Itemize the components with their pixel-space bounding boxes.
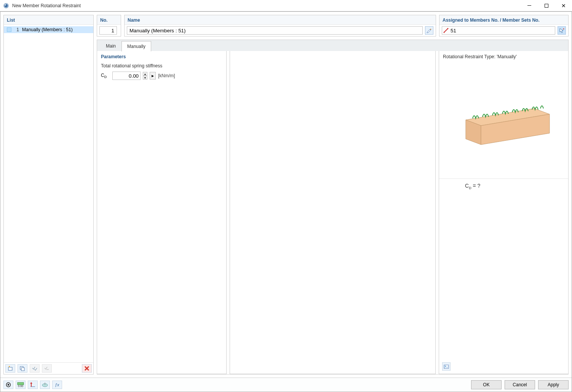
no-label: No. — [97, 15, 121, 25]
svg-point-2 — [5, 4, 6, 5]
units-button[interactable]: 0.00 — [16, 381, 26, 389]
tab-main[interactable]: Main — [100, 41, 121, 51]
delete-item-button[interactable] — [82, 364, 92, 373]
member-icon — [443, 28, 449, 33]
render-button[interactable] — [40, 381, 50, 389]
tab-strip: Main Manually — [97, 40, 569, 51]
svg-marker-26 — [30, 382, 32, 384]
name-group: Name — [124, 15, 436, 37]
dialog-bottom-bar: ⦿ 0.00 ƒx OK Cancel Apply — [0, 378, 572, 392]
no-input[interactable] — [99, 26, 117, 35]
assigned-input[interactable] — [442, 26, 555, 35]
help-icon: ⦿ — [6, 382, 11, 388]
illustration — [439, 61, 568, 179]
list-toolbar — [4, 362, 93, 374]
cancel-button[interactable]: Cancel — [505, 380, 535, 389]
illustration-caption: CD = ? — [439, 179, 568, 190]
pick-members-button[interactable] — [558, 26, 566, 35]
center-panel — [230, 51, 436, 374]
param-row-label: Total rotational spring stiffness — [101, 63, 222, 69]
new-item-button[interactable] — [5, 364, 15, 373]
svg-rect-3 — [8, 367, 12, 370]
no-group: No. — [97, 15, 121, 37]
illustration-panel: Rotational Restraint Type: 'Manually' — [439, 51, 568, 374]
svg-point-14 — [447, 28, 449, 29]
illustration-info-button[interactable] — [442, 362, 451, 371]
tab-manually[interactable]: Manually — [121, 41, 151, 51]
stiffness-input[interactable] — [112, 72, 141, 80]
minimize-button[interactable] — [521, 0, 538, 11]
close-button[interactable]: ✕ — [555, 0, 572, 11]
list-header: List — [4, 15, 93, 25]
illustration-header: Rotational Restraint Type: 'Manually' — [439, 51, 568, 61]
title-bar: New Member Rotational Restraint ✕ — [0, 0, 572, 11]
param-symbol: CD — [101, 73, 110, 79]
list-body: 1 Manually (Members : 51) — [4, 25, 93, 362]
model-view-button[interactable] — [28, 381, 38, 389]
name-input[interactable] — [127, 26, 423, 35]
stiffness-spinner[interactable]: ▲ ▼ — [143, 72, 147, 80]
help-button[interactable]: ⦿ — [3, 381, 13, 389]
spinner-down[interactable]: ▼ — [143, 76, 147, 80]
name-label: Name — [125, 15, 436, 25]
function-button[interactable]: ƒx — [52, 381, 62, 389]
svg-point-13 — [444, 32, 445, 33]
check-all-button[interactable] — [30, 364, 40, 373]
app-icon — [3, 3, 9, 9]
window-title: New Member Rotational Restraint — [12, 3, 521, 8]
svg-text:ƒx: ƒx — [55, 382, 59, 387]
spinner-up[interactable]: ▲ — [143, 72, 147, 76]
svg-text:0.00: 0.00 — [18, 385, 23, 387]
list-item-label: Manually (Members : 51) — [22, 27, 73, 32]
uncheck-all-button[interactable] — [42, 364, 52, 373]
ok-button[interactable]: OK — [471, 380, 502, 389]
svg-point-21 — [445, 366, 446, 367]
list-item-square-icon — [7, 27, 11, 32]
edit-name-button[interactable] — [425, 26, 433, 35]
stiffness-pick-button[interactable]: ▶ — [150, 72, 156, 80]
assigned-label: Assigned to Members No. / Member Sets No… — [439, 15, 568, 25]
list-item[interactable]: 1 Manually (Members : 51) — [4, 26, 93, 33]
parameters-header: Parameters — [97, 51, 226, 61]
copy-item-button[interactable] — [18, 364, 27, 373]
assigned-group: Assigned to Members No. / Member Sets No… — [439, 15, 569, 37]
parameters-panel: Parameters Total rotational spring stiff… — [97, 51, 227, 374]
maximize-button[interactable] — [538, 0, 555, 11]
list-item-number: 1 — [14, 27, 19, 32]
svg-rect-7 — [21, 368, 24, 371]
apply-button[interactable]: Apply — [538, 380, 569, 389]
stiffness-unit: [kNm/m] — [158, 73, 175, 78]
svg-line-12 — [444, 29, 448, 32]
